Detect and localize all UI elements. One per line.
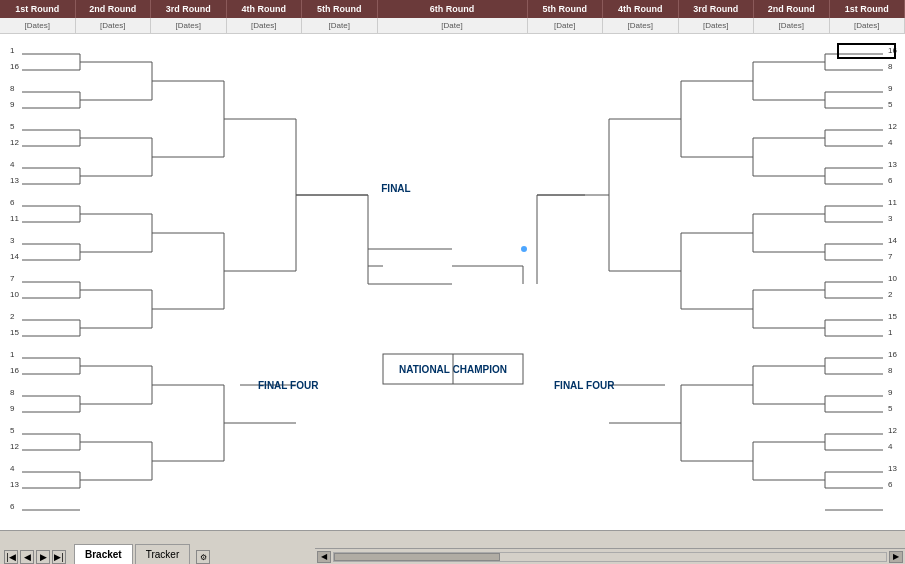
svg-text:16: 16 bbox=[888, 46, 897, 55]
next-tab-button[interactable]: ▶ bbox=[36, 550, 50, 564]
svg-text:4: 4 bbox=[10, 464, 15, 473]
dates-row: [Dates] [Dates] [Dates] [Dates] [Date] [… bbox=[0, 18, 905, 34]
svg-text:8: 8 bbox=[10, 388, 15, 397]
svg-point-248 bbox=[521, 246, 527, 252]
first-tab-button[interactable]: |◀ bbox=[4, 550, 18, 564]
header-1st-round-left: 1st Round bbox=[0, 0, 76, 18]
scrollbar-track[interactable] bbox=[333, 552, 887, 562]
svg-text:8: 8 bbox=[888, 62, 893, 71]
last-tab-button[interactable]: ▶| bbox=[52, 550, 66, 564]
svg-text:6: 6 bbox=[10, 502, 15, 511]
svg-text:1: 1 bbox=[10, 350, 15, 359]
bracket-svg: 1 16 8 9 5 12 4 13 bbox=[0, 34, 905, 530]
svg-text:13: 13 bbox=[888, 464, 897, 473]
header-row: 1st Round 2nd Round 3rd Round 4th Round … bbox=[0, 0, 905, 18]
header-1st-round-right: 1st Round bbox=[830, 0, 906, 18]
svg-text:7: 7 bbox=[10, 274, 15, 283]
svg-text:13: 13 bbox=[10, 480, 19, 489]
date-4-left: [Dates] bbox=[227, 18, 303, 33]
header-4th-round-left: 4th Round bbox=[227, 0, 303, 18]
tab-bracket[interactable]: Bracket bbox=[74, 544, 133, 564]
header-6th-round: 6th Round bbox=[378, 0, 528, 18]
svg-text:6: 6 bbox=[888, 480, 893, 489]
svg-text:16: 16 bbox=[10, 366, 19, 375]
svg-text:14: 14 bbox=[10, 252, 19, 261]
svg-text:9: 9 bbox=[10, 404, 15, 413]
svg-text:11: 11 bbox=[10, 214, 19, 223]
date-center: [Date] bbox=[378, 18, 528, 33]
date-5-left: [Date] bbox=[302, 18, 378, 33]
svg-text:10: 10 bbox=[888, 274, 897, 283]
scrollbar-thumb[interactable] bbox=[334, 553, 500, 561]
svg-text:15: 15 bbox=[10, 328, 19, 337]
svg-text:6: 6 bbox=[10, 198, 15, 207]
date-4-right: [Dates] bbox=[603, 18, 679, 33]
svg-text:8: 8 bbox=[10, 84, 15, 93]
svg-text:13: 13 bbox=[888, 160, 897, 169]
date-3-left: [Dates] bbox=[151, 18, 227, 33]
svg-text:4: 4 bbox=[888, 442, 893, 451]
svg-text:1: 1 bbox=[10, 46, 15, 55]
date-1-left: [Dates] bbox=[0, 18, 76, 33]
scrollbar-container: ◀ ▶ bbox=[315, 548, 905, 564]
svg-text:3: 3 bbox=[10, 236, 15, 245]
svg-text:FINAL FOUR: FINAL FOUR bbox=[554, 380, 615, 391]
svg-text:2: 2 bbox=[10, 312, 15, 321]
tab-tracker[interactable]: Tracker bbox=[135, 544, 191, 564]
svg-rect-249 bbox=[838, 44, 895, 58]
svg-text:5: 5 bbox=[10, 122, 15, 131]
svg-text:5: 5 bbox=[10, 426, 15, 435]
date-5-right: [Date] bbox=[528, 18, 604, 33]
scroll-left-button[interactable]: ◀ bbox=[317, 551, 331, 563]
svg-text:11: 11 bbox=[888, 198, 897, 207]
svg-text:12: 12 bbox=[888, 426, 897, 435]
svg-text:13: 13 bbox=[10, 176, 19, 185]
svg-text:3: 3 bbox=[888, 214, 893, 223]
scroll-right-button[interactable]: ▶ bbox=[889, 551, 903, 563]
svg-text:4: 4 bbox=[888, 138, 893, 147]
svg-text:12: 12 bbox=[888, 122, 897, 131]
header-3rd-round-right: 3rd Round bbox=[679, 0, 755, 18]
svg-text:9: 9 bbox=[10, 100, 15, 109]
svg-text:10: 10 bbox=[10, 290, 19, 299]
tab-extra[interactable]: ⚙ bbox=[196, 550, 210, 564]
svg-text:16: 16 bbox=[888, 350, 897, 359]
svg-text:9: 9 bbox=[888, 388, 893, 397]
svg-text:7: 7 bbox=[888, 252, 893, 261]
svg-text:12: 12 bbox=[10, 442, 19, 451]
header-5th-round-right: 5th Round bbox=[528, 0, 604, 18]
svg-text:9: 9 bbox=[888, 84, 893, 93]
header-5th-round-left: 5th Round bbox=[302, 0, 378, 18]
date-3-right: [Dates] bbox=[679, 18, 755, 33]
svg-text:15: 15 bbox=[888, 312, 897, 321]
nav-arrows: |◀ ◀ ▶ ▶| bbox=[0, 550, 70, 564]
svg-text:14: 14 bbox=[888, 236, 897, 245]
svg-text:FINAL FOUR: FINAL FOUR bbox=[258, 380, 319, 391]
header-2nd-round-left: 2nd Round bbox=[76, 0, 152, 18]
svg-text:6: 6 bbox=[888, 176, 893, 185]
bracket-main: 1 16 8 9 5 12 4 13 bbox=[0, 34, 905, 530]
date-2-right: [Dates] bbox=[754, 18, 830, 33]
prev-tab-button[interactable]: ◀ bbox=[20, 550, 34, 564]
header-4th-round-right: 4th Round bbox=[603, 0, 679, 18]
svg-text:FINAL: FINAL bbox=[381, 183, 410, 194]
svg-text:12: 12 bbox=[10, 138, 19, 147]
date-2-left: [Dates] bbox=[76, 18, 152, 33]
svg-text:5: 5 bbox=[888, 100, 893, 109]
svg-text:1: 1 bbox=[888, 328, 893, 337]
tab-bar: Bracket Tracker ⚙ bbox=[70, 531, 214, 564]
date-1-right: [Dates] bbox=[830, 18, 906, 33]
header-2nd-round-right: 2nd Round bbox=[754, 0, 830, 18]
footer: |◀ ◀ ▶ ▶| Bracket Tracker ⚙ ◀ ▶ bbox=[0, 530, 905, 564]
svg-text:8: 8 bbox=[888, 366, 893, 375]
svg-text:4: 4 bbox=[10, 160, 15, 169]
svg-text:5: 5 bbox=[888, 404, 893, 413]
header-3rd-round-left: 3rd Round bbox=[151, 0, 227, 18]
svg-text:16: 16 bbox=[10, 62, 19, 71]
svg-text:2: 2 bbox=[888, 290, 893, 299]
